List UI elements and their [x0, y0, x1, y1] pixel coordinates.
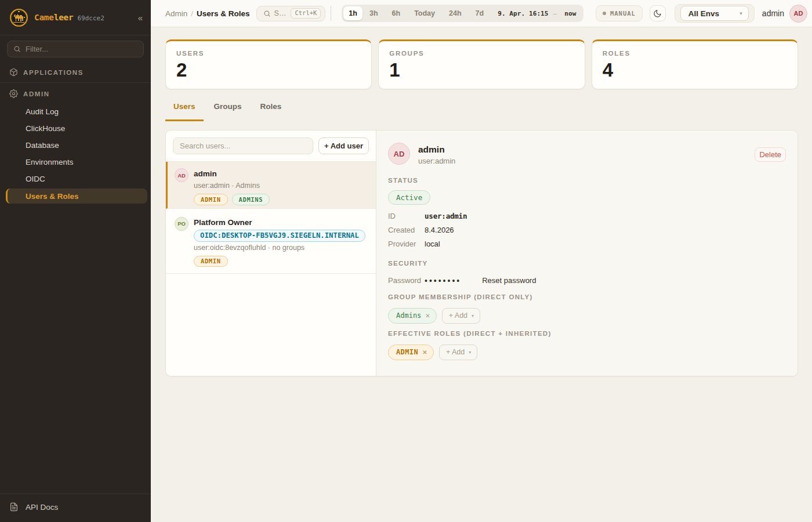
time-range-today[interactable]: Today — [407, 6, 442, 20]
tab-groups[interactable]: Groups — [206, 102, 250, 121]
user-row-top: PO Platform Owner OIDC:DESKTOP-FB5VGJ9.S… — [175, 216, 369, 252]
group-chip-label: Admins — [396, 311, 421, 320]
tab-roles[interactable]: Roles — [252, 102, 290, 121]
oidc-issuer-badge: OIDC:DESKTOP-FB5VGJ9.SIEGELN.INTERNAL — [194, 230, 365, 242]
detail-header: AD admin user:admin Delete — [388, 143, 786, 165]
sidebar-nav: APPLICATIONS ADMIN Audit Log ClickHouse … — [0, 63, 151, 494]
stat-label: GROUPS — [389, 50, 574, 57]
remove-chip-icon[interactable]: ✕ — [422, 348, 427, 357]
sidebar-filter-box[interactable] — [7, 41, 144, 57]
sidebar-filter-input[interactable] — [26, 45, 137, 53]
sidebar-item-audit-log[interactable]: Audit Log — [0, 103, 147, 120]
role-badge: ADMIN — [194, 194, 228, 205]
topbar-divider — [331, 6, 331, 21]
sidebar-section-admin[interactable]: ADMIN — [0, 84, 151, 103]
breadcrumb-current: Users & Roles — [197, 9, 250, 18]
group-badge: ADMINS — [232, 194, 270, 205]
avatar: AD — [175, 168, 188, 182]
add-user-button[interactable]: + Add user — [318, 137, 369, 154]
mode-label: MANUAL — [610, 10, 636, 17]
sidebar-item-users-roles[interactable]: Users & Roles — [6, 188, 147, 204]
topbar-username: admin — [762, 9, 784, 18]
effective-roles-heading: EFFECTIVE ROLES (DIRECT + INHERITED) — [388, 330, 786, 338]
theme-toggle-button[interactable] — [650, 5, 666, 21]
stat-value: 2 — [176, 60, 361, 79]
user-row-top: AD admin user:admin · Admins — [175, 168, 369, 190]
sidebar-item-environments[interactable]: Environments — [0, 154, 147, 171]
user-row-meta: user:admin · Admins — [194, 182, 260, 190]
brand-name: Cameleer — [34, 13, 73, 22]
field-label: Provider — [388, 240, 425, 248]
app-root: Cameleer 69dcce2 « APPLICATIONS ADMIN Au… — [0, 0, 812, 522]
global-search-button[interactable]: S… Ctrl+K — [256, 6, 326, 21]
remove-chip-icon[interactable]: ✕ — [425, 311, 430, 320]
delete-user-button[interactable]: Delete — [755, 147, 786, 162]
user-row-text: admin user:admin · Admins — [194, 168, 260, 190]
user-row-badges: ADMIN ADMINS — [194, 194, 369, 205]
content: USERS 2 GROUPS 1 ROLES 4 Users Groups Ro… — [151, 27, 812, 522]
time-to: now — [564, 10, 576, 17]
chevron-down-icon: ▾ — [740, 10, 742, 16]
topbar-right: MANUAL All Envs ▾ admin AD — [596, 4, 807, 23]
user-list-column: + Add user AD admin user:admin · Admins … — [166, 130, 376, 376]
add-role-button[interactable]: + Add▾ — [439, 345, 477, 360]
sidebar-section-applications[interactable]: APPLICATIONS — [0, 63, 151, 82]
avatar: PO — [175, 217, 188, 231]
breadcrumb-admin[interactable]: Admin — [165, 9, 187, 18]
sidebar-section-label: APPLICATIONS — [23, 69, 84, 76]
api-docs-label: API Docs — [26, 503, 58, 512]
group-chip-admins: Admins✕ — [388, 308, 437, 324]
manual-mode-badge[interactable]: MANUAL — [596, 5, 643, 21]
global-search-text: S… — [274, 9, 287, 17]
time-range-7d[interactable]: 7d — [469, 6, 491, 20]
env-select[interactable]: All Envs ▾ — [680, 6, 749, 21]
time-range-1h[interactable]: 1h — [343, 6, 362, 20]
user-row-platform-owner[interactable]: PO Platform Owner OIDC:DESKTOP-FB5VGJ9.S… — [166, 209, 376, 274]
field-row-created: Created 8.4.2026 — [388, 226, 786, 234]
user-list-header: + Add user — [166, 130, 376, 162]
mode-dot-icon — [603, 12, 606, 15]
reset-password-link[interactable]: Reset password — [482, 276, 536, 285]
sidebar-item-database[interactable]: Database — [0, 137, 147, 154]
stats-row: USERS 2 GROUPS 1 ROLES 4 — [165, 39, 798, 89]
status-badge: Active — [388, 190, 430, 205]
add-group-label: + Add — [449, 311, 467, 320]
breadcrumb: Admin / Users & Roles — [165, 9, 250, 18]
api-docs-link[interactable]: API Docs — [9, 502, 142, 512]
user-row-name: admin — [194, 169, 260, 178]
time-separator: — — [553, 10, 557, 17]
stat-card-groups: GROUPS 1 — [378, 39, 585, 89]
moon-icon — [653, 9, 662, 18]
time-range-display[interactable]: 9. Apr. 16:15 — now — [491, 10, 582, 17]
security-heading: SECURITY — [388, 260, 786, 267]
env-select-ring: All Envs ▾ — [675, 4, 755, 23]
role-chip-label: ADMIN — [396, 348, 418, 357]
add-role-label: + Add — [446, 348, 465, 357]
detail-user-name: admin — [418, 145, 455, 154]
group-membership-heading: GROUP MEMBERSHIP (DIRECT ONLY) — [388, 293, 786, 301]
tab-users[interactable]: Users — [165, 102, 204, 121]
user-row-admin[interactable]: AD admin user:admin · Admins ADMIN ADMIN… — [166, 162, 376, 209]
search-icon — [13, 45, 21, 53]
add-group-button[interactable]: + Add▾ — [442, 308, 480, 324]
field-label: Created — [388, 226, 425, 234]
users-panel: + Add user AD admin user:admin · Admins … — [165, 130, 798, 376]
field-row-id: ID user:admin — [388, 212, 786, 220]
topbar: Admin / Users & Roles S… Ctrl+K 1h 3h 6h… — [151, 0, 812, 27]
sidebar-item-clickhouse[interactable]: ClickHouse — [0, 120, 147, 137]
field-value: local — [425, 240, 440, 248]
user-search-input[interactable] — [173, 137, 313, 154]
stat-card-roles: ROLES 4 — [592, 39, 798, 89]
sidebar-collapse-button[interactable]: « — [136, 11, 145, 24]
sidebar-item-oidc[interactable]: OIDC — [0, 171, 147, 187]
password-label: Password — [388, 276, 425, 285]
time-range-3h[interactable]: 3h — [362, 6, 385, 20]
time-range-24h[interactable]: 24h — [442, 6, 469, 20]
user-row-meta: user:oidc:8evzqofluhld · no groups — [194, 244, 365, 252]
field-row-provider: Provider local — [388, 240, 786, 248]
detail-user-id: user:admin — [418, 157, 455, 165]
stat-label: USERS — [176, 50, 361, 57]
sidebar-divider — [0, 82, 151, 83]
user-avatar[interactable]: AD — [789, 5, 807, 23]
time-range-6h[interactable]: 6h — [385, 6, 408, 20]
